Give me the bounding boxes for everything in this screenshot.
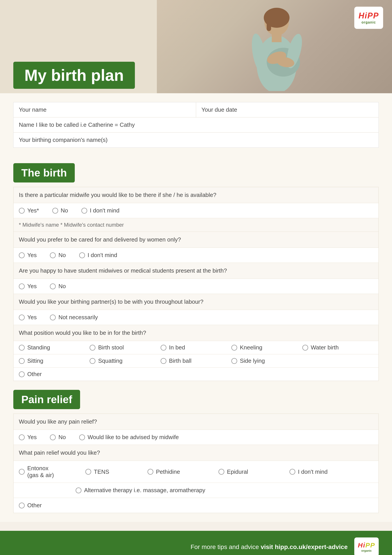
- radio-circle: [19, 252, 25, 258]
- radio-circle: [231, 358, 237, 364]
- position-row-2: Sitting Squatting Birth ball Side lying: [14, 354, 378, 368]
- pregnant-woman-illustration: [219, 2, 330, 91]
- pain-yes-option[interactable]: Yes: [19, 434, 37, 441]
- radio-circle: [290, 469, 295, 475]
- radio-circle: [19, 358, 25, 364]
- companion-row: Your birthing companion's name(s): [14, 132, 378, 147]
- position-row-1: Standing Birth stool In bed Kneeling Wat…: [14, 341, 378, 354]
- radio-circle: [19, 371, 25, 377]
- entonox-option[interactable]: Entonox(gas & air): [19, 465, 72, 479]
- radio-circle: [19, 314, 25, 320]
- midwife-note: * Midwife's name * Midwife's contact num…: [14, 218, 378, 232]
- partner-not-necessarily-option[interactable]: Not necessarily: [50, 314, 98, 321]
- epidural-option[interactable]: Epidural: [219, 468, 276, 475]
- radio-circle: [148, 469, 153, 475]
- pain-relief-type-row3: Other: [14, 498, 378, 513]
- water-birth-option[interactable]: Water birth: [302, 344, 373, 351]
- footer-hipp-brand: HiPP: [358, 541, 375, 549]
- students-yes-option[interactable]: Yes: [19, 283, 37, 290]
- page-title: My birth plan: [24, 66, 124, 84]
- pain-relief-section-title: Pain relief: [21, 394, 72, 405]
- your-due-date-field[interactable]: Your due date: [196, 102, 378, 117]
- hipp-logo-footer: HiPP organic: [354, 537, 379, 555]
- radio-circle: [90, 345, 95, 351]
- specific-midwife-answers: Yes* No I don't mind: [14, 203, 378, 218]
- pain-relief-section-header: Pain relief: [13, 390, 80, 409]
- kneeling-option[interactable]: Kneeling: [231, 344, 302, 351]
- radio-circle: [50, 284, 56, 289]
- pethidine-option[interactable]: Pethidine: [148, 468, 205, 475]
- birth-stool-option[interactable]: Birth stool: [90, 344, 160, 351]
- birth-position-question: What position would you like to be in fo…: [14, 325, 378, 341]
- women-yes-option[interactable]: Yes: [19, 252, 37, 259]
- footer-link[interactable]: visit hipp.co.uk/expert-advice: [261, 543, 348, 550]
- position-other-option[interactable]: Other: [19, 371, 373, 378]
- radio-circle: [50, 314, 56, 320]
- pain-relief-questions-block: Would you like any pain relief? Yes No W…: [13, 414, 379, 513]
- partner-yes-option[interactable]: Yes: [19, 314, 37, 321]
- birthing-partner-answers: Yes Not necessarily: [14, 310, 378, 325]
- main-content: Your name Your due date Name I like to b…: [0, 93, 392, 522]
- radio-circle: [19, 434, 25, 440]
- radio-circle: [81, 208, 87, 214]
- pain-no-option[interactable]: No: [50, 434, 66, 441]
- companion-field[interactable]: Your birthing companion's name(s): [14, 132, 378, 147]
- personal-info-section: Your name Your due date Name I like to b…: [13, 102, 379, 148]
- women-only-answers: Yes No I don't mind: [14, 248, 378, 263]
- footer: For more tips and advice visit hipp.co.u…: [0, 531, 392, 555]
- title-banner: My birth plan: [13, 62, 135, 89]
- midwife-dont-mind-option[interactable]: I don't mind: [81, 207, 120, 214]
- radio-circle: [90, 358, 95, 364]
- svg-rect-2: [272, 33, 282, 42]
- student-midwives-question: Are you happy to have student midwives o…: [14, 263, 378, 279]
- radio-circle: [161, 345, 166, 351]
- standing-option[interactable]: Standing: [19, 344, 90, 351]
- radio-circle: [19, 469, 25, 475]
- side-lying-option[interactable]: Side lying: [231, 358, 302, 364]
- radio-circle: [19, 503, 25, 508]
- women-no-option[interactable]: No: [50, 252, 66, 259]
- radio-circle: [86, 469, 91, 475]
- header: HiPP organic My birth plan: [0, 0, 392, 93]
- footer-text: For more tips and advice visit hipp.co.u…: [191, 543, 348, 551]
- any-pain-relief-question: Would you like any pain relief?: [14, 414, 378, 430]
- pain-midwife-advised-option[interactable]: Would like to be advised by midwife: [79, 434, 179, 441]
- radio-circle: [231, 345, 237, 351]
- sitting-option[interactable]: Sitting: [19, 358, 90, 364]
- radio-circle: [161, 358, 166, 364]
- women-dont-mind-option[interactable]: I don't mind: [79, 252, 117, 259]
- nickname-row: Name I like to be called i.e Catherine =…: [14, 117, 378, 132]
- radio-circle: [76, 488, 81, 493]
- specific-midwife-question: Is there a particular midwife you would …: [14, 187, 378, 203]
- radio-circle: [50, 252, 56, 258]
- hipp-logo-header: HiPP organic: [354, 7, 383, 29]
- any-pain-relief-answers: Yes No Would like to be advised by midwi…: [14, 430, 378, 445]
- birthing-partner-question: Would you like your birthing partner(s) …: [14, 294, 378, 310]
- tens-option[interactable]: TENS: [86, 468, 134, 475]
- svg-rect-9: [267, 18, 271, 31]
- radio-circle: [79, 434, 85, 440]
- hipp-organic-label: organic: [362, 20, 376, 24]
- pain-relief-other-option[interactable]: Other: [19, 502, 42, 509]
- pain-relief-type-question: What pain relief would you like?: [14, 445, 378, 461]
- squatting-option[interactable]: Squatting: [90, 358, 160, 364]
- in-bed-option[interactable]: In bed: [161, 344, 231, 351]
- radio-circle: [79, 252, 85, 258]
- alternative-therapy-option[interactable]: Alternative therapy i.e. massage, aromat…: [76, 487, 205, 494]
- name-date-row: Your name Your due date: [14, 102, 378, 117]
- radio-circle: [219, 469, 224, 475]
- student-midwives-answers: Yes No: [14, 279, 378, 294]
- nickname-field[interactable]: Name I like to be called i.e Catherine =…: [14, 117, 378, 132]
- pain-dont-mind-option[interactable]: I don't mind: [290, 468, 328, 475]
- radio-circle: [19, 345, 25, 351]
- midwife-yes-option[interactable]: Yes*: [19, 207, 39, 214]
- pain-relief-type-row2: Alternative therapy i.e. massage, aromat…: [14, 483, 378, 498]
- birth-section-title: The birth: [21, 167, 67, 179]
- birth-ball-option[interactable]: Birth ball: [161, 358, 231, 364]
- students-no-option[interactable]: No: [50, 283, 66, 290]
- hipp-brand-text: HiPP: [358, 11, 379, 20]
- your-name-field[interactable]: Your name: [14, 102, 196, 117]
- radio-circle: [19, 284, 25, 289]
- midwife-no-option[interactable]: No: [52, 207, 68, 214]
- radio-circle: [19, 208, 25, 214]
